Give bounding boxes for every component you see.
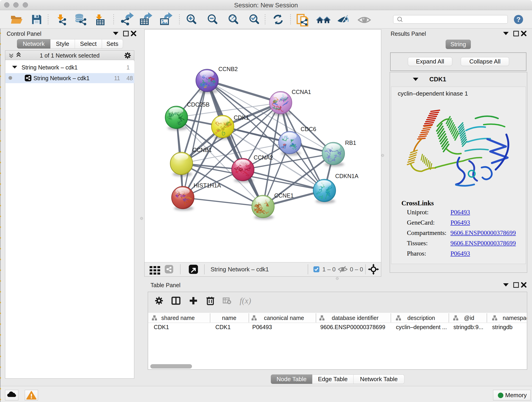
- svg-text:String Network – cdk1: String Network – cdk1: [210, 266, 269, 273]
- svg-text:namespac: namespac: [503, 315, 527, 321]
- svg-text:CDC6: CDC6: [301, 126, 316, 132]
- svg-text:1 – 0: 1 – 0: [322, 266, 336, 273]
- svg-text:CDK1: CDK1: [234, 114, 249, 121]
- svg-text:f(x): f(x): [240, 296, 251, 305]
- svg-text:CDC25B: CDC25B: [187, 101, 210, 108]
- svg-text:CCNB1: CCNB1: [192, 147, 212, 153]
- svg-text:database identifier: database identifier: [332, 315, 379, 321]
- svg-text:@id: @id: [464, 315, 474, 321]
- svg-text:description: description: [407, 315, 435, 321]
- svg-text:HIST1H1A: HIST1H1A: [194, 182, 221, 189]
- svg-text:name: name: [222, 315, 236, 321]
- svg-text:CCNB2: CCNB2: [218, 66, 238, 72]
- svg-text:canonical name: canonical name: [264, 315, 304, 321]
- svg-text:RB1: RB1: [345, 140, 356, 146]
- svg-text:CCNA1: CCNA1: [292, 89, 311, 95]
- svg-text:CCNE1: CCNE1: [274, 192, 294, 199]
- svg-text:CCNA2: CCNA2: [254, 154, 273, 161]
- svg-text:CDKN1A: CDKN1A: [335, 173, 359, 179]
- svg-text:shared name: shared name: [161, 315, 195, 321]
- svg-text:?: ?: [516, 16, 520, 23]
- svg-text:0 – 0: 0 – 0: [350, 266, 363, 273]
